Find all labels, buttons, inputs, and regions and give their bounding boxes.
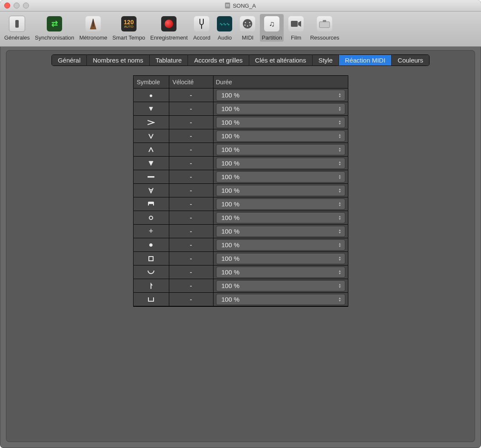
camera-icon [288, 16, 304, 31]
minimize-button[interactable] [14, 3, 20, 9]
symbol-tenuto-icon [134, 170, 169, 184]
svg-marker-12 [149, 107, 153, 110]
toolbar-item-generales[interactable]: Générales [3, 14, 31, 42]
svg-point-16 [149, 216, 153, 220]
stepper-icon: ▲▼ [339, 297, 342, 302]
window-title: SONG_A [0, 3, 481, 9]
duration-select[interactable]: 100 %▲▼ [216, 267, 345, 278]
tab-accords[interactable]: Accords et grilles [188, 55, 249, 66]
duration-select[interactable]: 100 %▲▼ [216, 240, 345, 251]
toolbar-item-accord[interactable]: Accord [191, 14, 212, 42]
sync-icon: ⇄ [47, 16, 62, 31]
toolbar-item-metronome[interactable]: Métronome [77, 14, 109, 42]
velocity-value[interactable]: - [169, 129, 213, 143]
toolbar-item-partition[interactable]: ♫ Partition [260, 14, 284, 42]
table-row: -100 %▲▼ [134, 197, 348, 211]
duration-value: 100 % [222, 119, 240, 126]
velocity-value[interactable]: - [169, 170, 213, 184]
table-header: Symbole Vélocité Durée [134, 76, 348, 88]
toolbar-item-audio[interactable]: ∿∿∿ Audio [214, 14, 235, 42]
tab-tablature[interactable]: Tablature [150, 55, 188, 66]
velocity-value[interactable]: - [169, 116, 213, 129]
duration-select[interactable]: 100 %▲▼ [216, 117, 345, 128]
duration-select[interactable]: 100 %▲▼ [216, 103, 345, 114]
toolbar-label: Smart Tempo [112, 34, 145, 41]
duration-select[interactable]: 100 %▲▼ [216, 131, 345, 142]
tab-couleurs[interactable]: Couleurs [392, 55, 429, 66]
duration-select[interactable]: 100 %▲▼ [216, 158, 345, 169]
velocity-value[interactable]: - [169, 265, 213, 279]
duration-select[interactable]: 100 %▲▼ [216, 90, 345, 101]
duration-cell: 100 %▲▼ [213, 225, 348, 238]
window-title-text: SONG_A [233, 3, 256, 9]
svg-rect-8 [291, 21, 298, 27]
duration-select[interactable]: 100 %▲▼ [216, 199, 345, 210]
velocity-value[interactable]: - [169, 293, 213, 306]
toolbar-item-enregistrement[interactable]: Enregistrement [148, 14, 189, 42]
duration-value: 100 % [222, 255, 240, 262]
duration-value: 100 % [222, 105, 240, 112]
duration-select[interactable]: 100 %▲▼ [216, 144, 345, 155]
tab-general[interactable]: Général [52, 55, 87, 66]
velocity-value[interactable]: - [169, 197, 213, 211]
velocity-value[interactable]: - [169, 238, 213, 252]
velocity-value[interactable]: - [169, 225, 213, 238]
toolbar-label: Audio [218, 34, 232, 41]
svg-point-5 [245, 25, 246, 26]
velocity-value[interactable]: - [169, 184, 213, 197]
zoom-button[interactable] [23, 3, 29, 9]
duration-select[interactable]: 100 %▲▼ [216, 253, 345, 264]
duration-value: 100 % [222, 91, 240, 99]
toolbar-item-ressources[interactable]: Ressources [308, 14, 341, 42]
settings-window: SONG_A Générales ⇄ Synchronisation Métro… [0, 0, 481, 448]
stepper-icon: ▲▼ [339, 202, 342, 207]
velocity-value[interactable]: - [169, 157, 213, 170]
duration-select[interactable]: 100 %▲▼ [216, 171, 345, 183]
toolbar-label: Métronome [79, 34, 107, 41]
table-row: -100 %▲▼ [134, 252, 348, 265]
tempo-icon: 120 AUTO [121, 16, 137, 31]
duration-select[interactable]: 100 %▲▼ [216, 185, 345, 196]
tab-style[interactable]: Style [313, 55, 339, 66]
svg-point-6 [250, 25, 251, 26]
velocity-value[interactable]: - [169, 252, 213, 265]
stepper-icon: ▲▼ [339, 106, 342, 111]
duration-cell: 100 %▲▼ [213, 157, 348, 170]
symbol-down-bow-open-icon [134, 184, 169, 197]
velocity-value[interactable]: - [169, 88, 213, 102]
velocity-value[interactable]: - [169, 279, 213, 293]
velocity-value[interactable]: - [169, 211, 213, 225]
duration-value: 100 % [222, 282, 240, 289]
table-row: -100 %▲▼ [134, 184, 348, 197]
svg-point-3 [245, 22, 246, 23]
toolbar-item-synchronisation[interactable]: ⇄ Synchronisation [33, 14, 76, 42]
table-row: -100 %▲▼ [134, 102, 348, 116]
duration-select[interactable]: 100 %▲▼ [216, 212, 345, 223]
toolbar-item-midi[interactable]: MIDI [237, 14, 258, 42]
stepper-icon: ▲▼ [339, 93, 342, 98]
velocity-value[interactable]: - [169, 102, 213, 116]
toolbar-item-film[interactable]: Film [285, 14, 307, 42]
svg-marker-13 [149, 161, 153, 166]
table-row: -100 %▲▼ [134, 157, 348, 170]
duration-cell: 100 %▲▼ [213, 238, 348, 252]
close-button[interactable] [4, 3, 10, 9]
tempo-number: 120 [124, 19, 134, 25]
symbol-marcato-up-icon [134, 143, 169, 157]
table-row: -100 %▲▼ [134, 116, 348, 129]
tab-nombres[interactable]: Nombres et noms [87, 55, 149, 66]
velocity-value[interactable]: - [169, 143, 213, 157]
duration-select[interactable]: 100 %▲▼ [216, 280, 345, 291]
table-row: +-100 %▲▼ [134, 225, 348, 238]
duration-cell: 100 %▲▼ [213, 279, 348, 293]
duration-select[interactable]: 100 %▲▼ [216, 226, 345, 237]
tab-reaction[interactable]: Réaction MIDI [339, 55, 392, 66]
table-row: -100 %▲▼ [134, 265, 348, 279]
stepper-icon: ▲▼ [339, 243, 342, 248]
tab-cles[interactable]: Clés et altérations [249, 55, 313, 66]
table-row: ●-100 %▲▼ [134, 88, 348, 102]
header-velocite: Vélocité [169, 76, 213, 88]
toolbar-item-smart-tempo[interactable]: 120 AUTO Smart Tempo [111, 14, 147, 42]
duration-select[interactable]: 100 %▲▼ [216, 294, 345, 305]
table-row: -100 %▲▼ [134, 129, 348, 143]
